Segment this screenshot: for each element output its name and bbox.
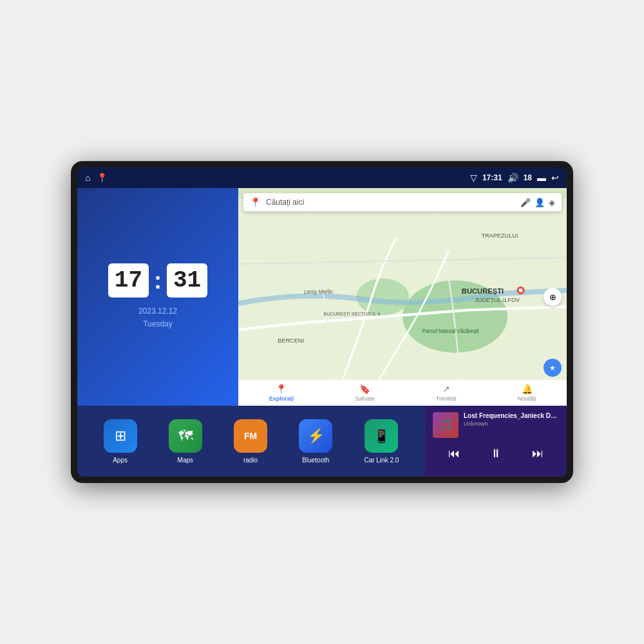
- carlink-label: Car Link 2.0: [364, 457, 399, 464]
- map-pin-icon[interactable]: 📍: [97, 173, 108, 183]
- news-label: Noutăți: [518, 395, 536, 402]
- bluetooth-label: Bluetooth: [302, 457, 329, 464]
- top-section: 17 : 31 2023.12.12 Tuesday: [77, 188, 567, 406]
- status-right: ▽ 17:31 🔊 18 ▬ ↩: [470, 173, 559, 183]
- music-prev-button[interactable]: ⏮: [443, 444, 465, 463]
- home-icon[interactable]: ⌂: [85, 173, 90, 183]
- music-artist: Unknown: [464, 421, 559, 427]
- clock-widget: 17 : 31 2023.12.12 Tuesday: [77, 188, 238, 406]
- clock-colon: :: [154, 267, 162, 294]
- star-icon: ★: [549, 364, 556, 372]
- clock-hour: 17: [108, 263, 149, 298]
- news-icon: 🔔: [522, 384, 533, 394]
- device-screen: ⌂ 📍 ▽ 17:31 🔊 18 ▬ ↩ 17 :: [77, 167, 567, 477]
- saved-label: Salvate: [355, 395, 374, 402]
- bluetooth-icon-wrapper: ⚡: [299, 419, 332, 453]
- music-thumbnail: 🎵: [433, 412, 459, 438]
- map-news-tab[interactable]: 🔔 Noutăți: [518, 384, 536, 402]
- status-time: 17:31: [482, 173, 502, 182]
- volume-icon[interactable]: 🔊: [507, 173, 518, 183]
- apps-panel: ⊞ Apps 🗺 Maps FM radio: [77, 406, 425, 477]
- apps-grid-icon: ⊞: [115, 428, 126, 444]
- send-icon: ↗: [442, 384, 450, 394]
- app-item-carlink[interactable]: 📱 Car Link 2.0: [364, 419, 399, 464]
- account-icon[interactable]: 👤: [535, 198, 545, 207]
- map-fab-button[interactable]: ★: [544, 359, 562, 377]
- map-widget[interactable]: BUCUREȘTI JUDEȚUL ILFOV TRAPEZULUI BERCE…: [238, 188, 567, 406]
- music-title: Lost Frequencies_Janieck Devy-...: [464, 412, 559, 419]
- apps-label: Apps: [113, 457, 128, 464]
- layers-icon[interactable]: ◈: [549, 198, 555, 207]
- maps-logo-icon: 📍: [250, 197, 261, 207]
- radio-fm-icon: FM: [244, 431, 257, 441]
- send-label: Trimiteți: [436, 395, 457, 402]
- clock-minute: 31: [167, 263, 207, 298]
- music-thumb-icon: 🎵: [439, 418, 453, 432]
- battery-icon: ▬: [537, 173, 546, 183]
- music-info: 🎵 Lost Frequencies_Janieck Devy-... Unkn…: [433, 412, 559, 438]
- main-content: 17 : 31 2023.12.12 Tuesday: [77, 188, 567, 477]
- map-search-bar[interactable]: 📍 Căutați aici 🎤 👤 ◈: [243, 193, 562, 211]
- radio-label: radio: [243, 457, 258, 464]
- map-search-input[interactable]: Căutați aici: [266, 198, 515, 207]
- app-item-radio[interactable]: FM radio: [234, 419, 267, 464]
- status-left: ⌂ 📍: [85, 173, 108, 183]
- bluetooth-icon: ⚡: [307, 428, 325, 444]
- saved-icon: 🔖: [359, 384, 370, 394]
- clock-date: 2023.12.12 Tuesday: [138, 305, 177, 330]
- music-player: 🎵 Lost Frequencies_Janieck Devy-... Unkn…: [425, 406, 567, 477]
- bottom-section: ⊞ Apps 🗺 Maps FM radio: [77, 406, 567, 477]
- explore-icon: 📍: [276, 384, 287, 394]
- map-svg: BUCUREȘTI JUDEȚUL ILFOV TRAPEZULUI BERCE…: [238, 188, 567, 406]
- svg-text:Parcul Natural Văcărești: Parcul Natural Văcărești: [422, 328, 479, 334]
- app-item-bluetooth[interactable]: ⚡ Bluetooth: [299, 419, 332, 464]
- maps-icon-wrapper: 🗺: [169, 419, 202, 453]
- battery-level: 18: [524, 173, 532, 182]
- map-bottom-bar: 📍 Explorați 🔖 Salvate ↗ Trimiteți: [238, 379, 567, 406]
- clock-display: 17 : 31: [108, 263, 207, 298]
- music-thumb-image: 🎵: [433, 412, 459, 438]
- music-controls: ⏮ ⏸ ⏭: [433, 444, 559, 463]
- map-send-tab[interactable]: ↗ Trimiteți: [436, 384, 457, 402]
- map-background: BUCUREȘTI JUDEȚUL ILFOV TRAPEZULUI BERCE…: [238, 188, 567, 406]
- map-search-actions: 🎤 👤 ◈: [520, 198, 555, 207]
- map-saved-tab[interactable]: 🔖 Salvate: [355, 384, 374, 402]
- radio-icon-wrapper: FM: [234, 419, 267, 453]
- carlink-icon-wrapper: 📱: [365, 419, 398, 453]
- svg-text:BUCUREȘTI SECTORUL 4: BUCUREȘTI SECTORUL 4: [324, 312, 381, 317]
- app-item-maps[interactable]: 🗺 Maps: [169, 419, 202, 464]
- apps-icon-wrapper: ⊞: [104, 419, 137, 453]
- maps-icon: 🗺: [178, 428, 193, 444]
- svg-text:JUDEȚUL ILFOV: JUDEȚUL ILFOV: [475, 297, 520, 303]
- app-item-apps[interactable]: ⊞ Apps: [104, 419, 137, 464]
- music-text: Lost Frequencies_Janieck Devy-... Unknow…: [464, 412, 559, 427]
- svg-text:BUCUREȘTI: BUCUREȘTI: [462, 287, 504, 295]
- music-next-button[interactable]: ⏭: [527, 444, 549, 463]
- explore-label: Explorați: [269, 395, 294, 402]
- svg-text:Leroy Merlin: Leroy Merlin: [304, 289, 333, 295]
- car-display-device: ⌂ 📍 ▽ 17:31 🔊 18 ▬ ↩ 17 :: [71, 161, 573, 483]
- status-bar: ⌂ 📍 ▽ 17:31 🔊 18 ▬ ↩: [77, 167, 567, 188]
- back-icon[interactable]: ↩: [551, 173, 559, 183]
- nav-icon: ▽: [470, 173, 477, 183]
- music-play-button[interactable]: ⏸: [485, 444, 507, 463]
- mic-icon[interactable]: 🎤: [520, 198, 531, 207]
- map-explore-tab[interactable]: 📍 Explorați: [269, 384, 294, 402]
- map-locate-button[interactable]: ⊕: [544, 288, 562, 306]
- svg-text:TRAPEZULUI: TRAPEZULUI: [481, 232, 518, 239]
- svg-point-11: [519, 289, 523, 292]
- svg-text:BERCENI: BERCENI: [278, 337, 304, 344]
- maps-label: Maps: [178, 457, 193, 464]
- locate-icon: ⊕: [549, 292, 556, 302]
- carlink-icon: 📱: [374, 428, 390, 444]
